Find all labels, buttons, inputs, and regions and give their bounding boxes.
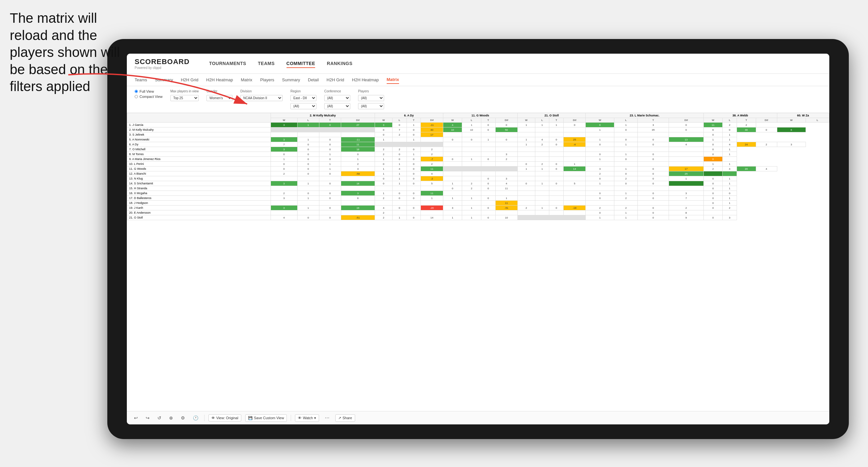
cell: 0 (375, 127, 393, 132)
view-original-button[interactable]: 👁 View: Original (209, 414, 241, 422)
cell: 0 (638, 137, 669, 142)
cell (341, 186, 375, 191)
cell (614, 147, 638, 152)
cell: 3 (271, 206, 297, 210)
cell: 2 (421, 152, 443, 157)
subnav-h2h-grid2[interactable]: H2H Grid (327, 76, 344, 84)
cell: 1 (462, 123, 481, 127)
nav-rankings[interactable]: RANKINGS (327, 60, 352, 68)
save-custom-button[interactable]: 💾 Save Custom View (245, 414, 287, 422)
cell (549, 191, 564, 196)
cell: 0 (704, 142, 723, 147)
cell: 0 (392, 191, 406, 196)
cell: 0 (406, 132, 421, 137)
table-row: 16. X Mcgaha 2 0 0 3 1 0 0 11 (127, 191, 829, 196)
cell: 1 (564, 162, 586, 166)
cell (535, 191, 549, 196)
cell: 11 (421, 166, 443, 172)
cell (638, 201, 669, 206)
cell (392, 137, 406, 142)
cell: -2 (421, 176, 443, 181)
players-select[interactable]: (All) (358, 95, 384, 101)
cell: 0 (481, 206, 495, 210)
cell: 1 (614, 152, 638, 157)
table-row: 19. J Kanh 3 1 0 19 4 0 0 -20 3 1 0 -51 … (127, 206, 829, 210)
cell (319, 201, 341, 206)
cell (518, 196, 535, 201)
clock-button[interactable]: 🕐 (191, 414, 200, 422)
table-row: 20. E Andersson 2 (127, 210, 829, 215)
region-select[interactable]: East - DII West - DII (All) (290, 95, 316, 101)
cell: 1 (723, 162, 737, 166)
cell: 3 (669, 191, 704, 196)
undo-button[interactable]: ↩ (132, 414, 140, 422)
watch-button[interactable]: 👁 Watch ▾ (295, 414, 319, 422)
cell: 0 (638, 157, 669, 162)
cell: 10 (462, 127, 481, 132)
cell: 0 (406, 157, 421, 162)
cell (481, 201, 495, 206)
cell: 1 (535, 123, 549, 127)
conference-select2[interactable]: (All) (324, 103, 350, 109)
conference-select[interactable]: (All) (324, 95, 350, 101)
sub-dif2: Dif (421, 118, 443, 123)
cell (297, 210, 319, 215)
refresh-button[interactable]: ↺ (155, 414, 163, 422)
cell: 11 (495, 201, 518, 206)
sub-t4: T (549, 118, 564, 123)
cell: 3 (723, 215, 737, 220)
subnav-matrix2[interactable]: Matrix (387, 76, 399, 84)
cell: 0 (406, 127, 421, 132)
cell: 10 (443, 127, 462, 132)
cell (421, 210, 443, 215)
cell: 0 (586, 196, 614, 201)
cell: 0 (406, 147, 421, 152)
subnav-detail[interactable]: Detail (308, 76, 319, 84)
cell (586, 132, 614, 137)
sub-t2: T (406, 118, 421, 123)
settings-button[interactable]: ⚙ (179, 414, 187, 422)
region-select2[interactable]: (All) (290, 103, 316, 109)
table-row: 7. O Mitchell 3 0 0 18 2 2 0 2 (127, 147, 829, 152)
cell: 1 (586, 127, 614, 132)
sub-l2: L (392, 118, 406, 123)
cell (564, 157, 586, 162)
cell: 3 (341, 191, 375, 196)
sub-l3: L (462, 118, 481, 123)
cell: 2 (341, 162, 375, 166)
cell: -51 (495, 206, 518, 210)
cell (549, 172, 564, 176)
players-select2[interactable]: (All) (358, 103, 384, 109)
cell: 2 (421, 162, 443, 166)
cell: 1 (375, 191, 393, 196)
cell (495, 191, 518, 196)
cell: 2 (669, 206, 704, 210)
cell: 50 (495, 127, 518, 132)
cell: 0 (638, 206, 669, 210)
cell: 0 (392, 152, 406, 157)
cell: 1 (421, 196, 443, 201)
cell (421, 186, 443, 191)
cell (481, 132, 495, 137)
cell: -58 (341, 172, 375, 176)
players-label: Players (358, 89, 384, 93)
share-options-button[interactable]: ⋯ (323, 414, 331, 422)
cell (341, 176, 375, 181)
cell: 0 (375, 132, 393, 137)
cell (518, 176, 535, 181)
cell: 0 (704, 206, 723, 210)
cell: 1 (723, 181, 737, 186)
bottom-toolbar: ↩ ↪ ↺ ⊕ ⚙ 🕐 👁 View: Original 💾 Save Cust… (127, 411, 829, 425)
nav-committee[interactable]: COMMITTEE (286, 60, 315, 68)
view-original-label: View: Original (216, 416, 238, 420)
cell: 8 (669, 210, 704, 215)
cell (443, 210, 462, 215)
cell: 14 (421, 215, 443, 220)
share-button[interactable]: ↗ Share (335, 414, 355, 422)
redo-button[interactable]: ↪ (144, 414, 152, 422)
sub-l1: L (297, 118, 319, 123)
zoom-button[interactable]: ⊕ (167, 414, 175, 422)
cell: -11 (341, 137, 375, 142)
table-row: 8. M Torres 0 0 1 0 2 0 1 2 3 (127, 152, 829, 157)
subnav-h2h-heatmap2[interactable]: H2H Heatmap (352, 76, 378, 84)
